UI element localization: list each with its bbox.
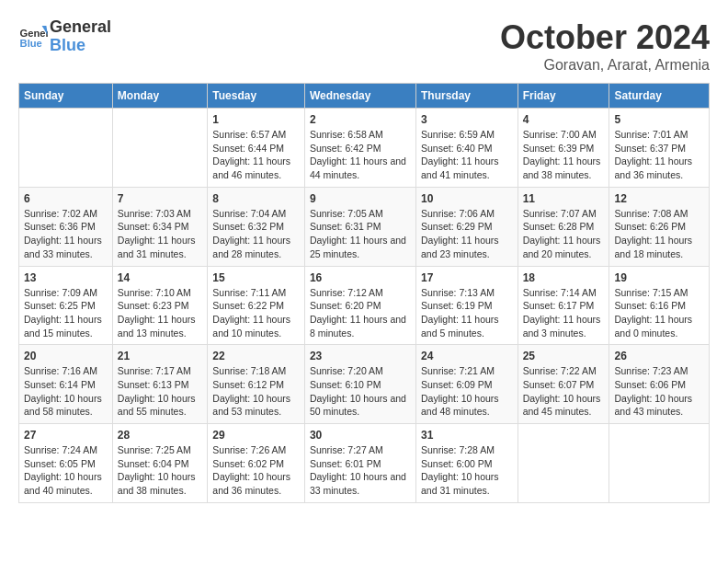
title-area: October 2024 Goravan, Ararat, Armenia	[500, 18, 710, 74]
week-row-5: 27Sunrise: 7:24 AM Sunset: 6:05 PM Dayli…	[19, 424, 710, 503]
day-info: Sunrise: 7:02 AM Sunset: 6:36 PM Dayligh…	[24, 207, 108, 261]
day-number: 9	[310, 192, 411, 205]
day-number: 31	[421, 429, 513, 442]
calendar-cell: 23Sunrise: 7:20 AM Sunset: 6:10 PM Dayli…	[304, 345, 415, 424]
calendar-cell: 13Sunrise: 7:09 AM Sunset: 6:25 PM Dayli…	[19, 266, 113, 345]
calendar-cell: 2Sunrise: 6:58 AM Sunset: 6:42 PM Daylig…	[304, 109, 415, 188]
day-number: 19	[614, 271, 704, 284]
day-info: Sunrise: 7:08 AM Sunset: 6:26 PM Dayligh…	[614, 207, 704, 261]
subtitle: Goravan, Ararat, Armenia	[500, 57, 710, 74]
calendar-cell: 4Sunrise: 7:00 AM Sunset: 6:39 PM Daylig…	[518, 109, 609, 188]
calendar-cell: 14Sunrise: 7:10 AM Sunset: 6:23 PM Dayli…	[112, 266, 208, 345]
day-number: 8	[212, 192, 300, 205]
calendar-cell: 3Sunrise: 6:59 AM Sunset: 6:40 PM Daylig…	[415, 109, 518, 188]
calendar-cell: 20Sunrise: 7:16 AM Sunset: 6:14 PM Dayli…	[19, 345, 113, 424]
day-number: 22	[212, 350, 300, 362]
calendar-cell: 22Sunrise: 7:18 AM Sunset: 6:12 PM Dayli…	[208, 345, 305, 424]
day-info: Sunrise: 7:11 AM Sunset: 6:22 PM Dayligh…	[212, 286, 300, 340]
calendar-cell: 7Sunrise: 7:03 AM Sunset: 6:34 PM Daylig…	[112, 187, 208, 266]
day-info: Sunrise: 7:03 AM Sunset: 6:34 PM Dayligh…	[118, 207, 203, 261]
calendar-cell	[112, 109, 208, 188]
calendar-cell: 17Sunrise: 7:13 AM Sunset: 6:19 PM Dayli…	[415, 266, 518, 345]
calendar-cell: 9Sunrise: 7:05 AM Sunset: 6:31 PM Daylig…	[304, 187, 415, 266]
week-row-4: 20Sunrise: 7:16 AM Sunset: 6:14 PM Dayli…	[19, 345, 710, 424]
calendar-cell	[19, 109, 113, 188]
day-number: 12	[614, 192, 704, 205]
calendar-cell: 24Sunrise: 7:21 AM Sunset: 6:09 PM Dayli…	[415, 345, 518, 424]
day-number: 23	[310, 350, 411, 362]
day-info: Sunrise: 7:22 AM Sunset: 6:07 PM Dayligh…	[523, 364, 605, 419]
day-number: 27	[24, 429, 108, 442]
week-row-1: 1Sunrise: 6:57 AM Sunset: 6:44 PM Daylig…	[19, 109, 710, 188]
day-number: 14	[118, 271, 203, 284]
day-info: Sunrise: 7:21 AM Sunset: 6:09 PM Dayligh…	[421, 364, 513, 419]
column-header-saturday: Saturday	[609, 84, 710, 109]
day-number: 7	[118, 192, 203, 205]
day-number: 13	[24, 271, 108, 284]
day-number: 4	[523, 113, 605, 126]
calendar-cell: 18Sunrise: 7:14 AM Sunset: 6:17 PM Dayli…	[518, 266, 609, 345]
header: General Blue General Blue October 2024 G…	[18, 18, 710, 74]
day-number: 16	[310, 271, 411, 284]
svg-text:Blue: Blue	[20, 38, 42, 49]
day-number: 28	[118, 429, 203, 442]
calendar-cell	[518, 424, 609, 503]
day-info: Sunrise: 7:17 AM Sunset: 6:13 PM Dayligh…	[118, 364, 203, 419]
main-title: October 2024	[500, 18, 710, 57]
day-info: Sunrise: 7:26 AM Sunset: 6:02 PM Dayligh…	[212, 443, 300, 498]
day-info: Sunrise: 7:06 AM Sunset: 6:29 PM Dayligh…	[421, 207, 513, 261]
day-number: 18	[523, 271, 605, 284]
day-number: 21	[118, 350, 203, 362]
day-info: Sunrise: 7:12 AM Sunset: 6:20 PM Dayligh…	[310, 286, 411, 340]
day-info: Sunrise: 7:14 AM Sunset: 6:17 PM Dayligh…	[523, 286, 605, 340]
calendar-cell: 5Sunrise: 7:01 AM Sunset: 6:37 PM Daylig…	[609, 109, 710, 188]
day-info: Sunrise: 7:01 AM Sunset: 6:37 PM Dayligh…	[614, 128, 704, 182]
day-number: 24	[421, 350, 513, 362]
calendar-cell: 30Sunrise: 7:27 AM Sunset: 6:01 PM Dayli…	[304, 424, 415, 503]
day-info: Sunrise: 7:18 AM Sunset: 6:12 PM Dayligh…	[212, 364, 300, 419]
day-info: Sunrise: 7:00 AM Sunset: 6:39 PM Dayligh…	[523, 128, 605, 182]
day-info: Sunrise: 7:27 AM Sunset: 6:01 PM Dayligh…	[310, 443, 411, 498]
day-number: 11	[523, 192, 605, 205]
svg-text:General: General	[20, 28, 48, 39]
column-header-tuesday: Tuesday	[208, 84, 305, 109]
day-info: Sunrise: 7:04 AM Sunset: 6:32 PM Dayligh…	[212, 207, 300, 261]
day-number: 20	[24, 350, 108, 362]
calendar-cell: 15Sunrise: 7:11 AM Sunset: 6:22 PM Dayli…	[208, 266, 305, 345]
day-number: 26	[614, 350, 704, 362]
calendar-cell: 29Sunrise: 7:26 AM Sunset: 6:02 PM Dayli…	[208, 424, 305, 503]
calendar-cell: 6Sunrise: 7:02 AM Sunset: 6:36 PM Daylig…	[19, 187, 113, 266]
week-row-2: 6Sunrise: 7:02 AM Sunset: 6:36 PM Daylig…	[19, 187, 710, 266]
day-number: 15	[212, 271, 300, 284]
calendar-cell: 21Sunrise: 7:17 AM Sunset: 6:13 PM Dayli…	[112, 345, 208, 424]
day-number: 29	[212, 429, 300, 442]
day-info: Sunrise: 7:07 AM Sunset: 6:28 PM Dayligh…	[523, 207, 605, 261]
logo-text: General Blue	[50, 18, 111, 55]
day-info: Sunrise: 7:23 AM Sunset: 6:06 PM Dayligh…	[614, 364, 704, 419]
column-header-monday: Monday	[112, 84, 208, 109]
logo-icon: General Blue	[18, 22, 48, 52]
day-number: 1	[212, 113, 300, 126]
day-info: Sunrise: 7:10 AM Sunset: 6:23 PM Dayligh…	[118, 286, 203, 340]
calendar-cell: 28Sunrise: 7:25 AM Sunset: 6:04 PM Dayli…	[112, 424, 208, 503]
calendar-cell: 12Sunrise: 7:08 AM Sunset: 6:26 PM Dayli…	[609, 187, 710, 266]
column-header-thursday: Thursday	[415, 84, 518, 109]
calendar-cell	[609, 424, 710, 503]
calendar-table: SundayMondayTuesdayWednesdayThursdayFrid…	[18, 83, 710, 503]
calendar-cell: 16Sunrise: 7:12 AM Sunset: 6:20 PM Dayli…	[304, 266, 415, 345]
day-info: Sunrise: 7:24 AM Sunset: 6:05 PM Dayligh…	[24, 443, 108, 498]
day-info: Sunrise: 6:58 AM Sunset: 6:42 PM Dayligh…	[310, 128, 411, 182]
day-info: Sunrise: 6:59 AM Sunset: 6:40 PM Dayligh…	[421, 128, 513, 182]
header-row: SundayMondayTuesdayWednesdayThursdayFrid…	[19, 84, 710, 109]
day-info: Sunrise: 7:15 AM Sunset: 6:16 PM Dayligh…	[614, 286, 704, 340]
day-info: Sunrise: 6:57 AM Sunset: 6:44 PM Dayligh…	[212, 128, 300, 182]
calendar-cell: 27Sunrise: 7:24 AM Sunset: 6:05 PM Dayli…	[19, 424, 113, 503]
day-number: 6	[24, 192, 108, 205]
day-info: Sunrise: 7:20 AM Sunset: 6:10 PM Dayligh…	[310, 364, 411, 419]
day-info: Sunrise: 7:25 AM Sunset: 6:04 PM Dayligh…	[118, 443, 203, 498]
calendar-cell: 31Sunrise: 7:28 AM Sunset: 6:00 PM Dayli…	[415, 424, 518, 503]
day-info: Sunrise: 7:05 AM Sunset: 6:31 PM Dayligh…	[310, 207, 411, 261]
day-number: 5	[614, 113, 704, 126]
logo: General Blue General Blue	[18, 18, 111, 55]
day-info: Sunrise: 7:09 AM Sunset: 6:25 PM Dayligh…	[24, 286, 108, 340]
